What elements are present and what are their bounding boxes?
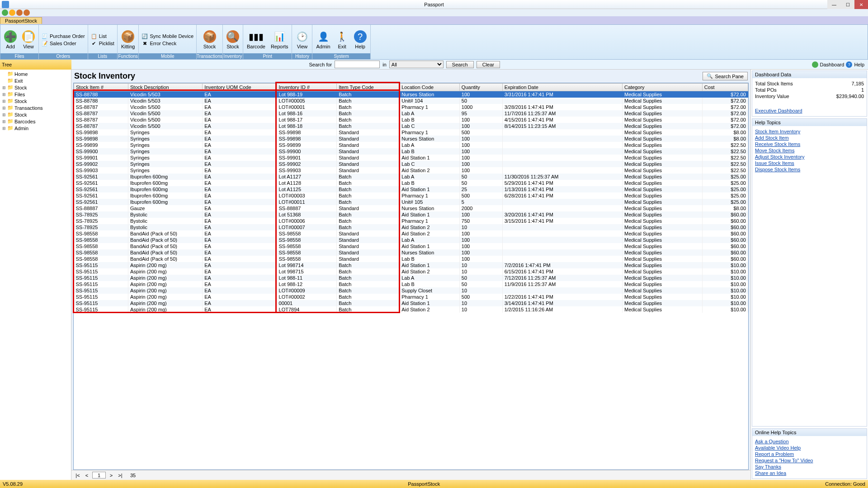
quick-stock-icon[interactable] [16, 9, 23, 16]
online-help-link[interactable]: Ask a Question [755, 439, 864, 444]
search-pane-button[interactable]: 🔍 Search Pane [703, 72, 748, 80]
help-link[interactable]: Issue Stock Items [755, 160, 864, 166]
picklist-button[interactable]: ✔Picklist [91, 40, 114, 47]
tree-item-home[interactable]: 📁Home [1, 70, 70, 77]
tree-item-transactions[interactable]: ⊞📁Transactions [1, 104, 70, 111]
pager-last[interactable]: >| [117, 472, 124, 479]
pager-next[interactable]: > [108, 472, 115, 479]
table-row[interactable]: SS-88787Vicodin 5/500EALot 988-16BatchLa… [74, 110, 748, 117]
online-help-link[interactable]: Say Thanks [755, 464, 864, 469]
add-button[interactable]: ➕Add [3, 26, 18, 53]
expander-icon[interactable]: ⊞ [2, 126, 6, 131]
table-row[interactable]: SS-88788Vicodin 5/503EALot 988-19BatchNu… [74, 91, 748, 98]
table-row[interactable]: SS-95115Aspirin (200 mg)EALOT#00009Batch… [74, 287, 748, 294]
column-header[interactable]: Stock Item # [74, 84, 128, 91]
table-row[interactable]: SS-99900SyringesEASS-99900StandardLab B1… [74, 148, 748, 155]
pager-first[interactable]: |< [74, 472, 81, 479]
help-button[interactable]: ?Help [353, 26, 368, 53]
table-row[interactable]: SS-95115Aspirin (200 mg)EALot 988-12Batc… [74, 281, 748, 287]
table-row[interactable]: SS-78925BystolicEALOT#00007BatchAid Stat… [74, 224, 748, 230]
tree-item-admin[interactable]: ⊞📁Admin [1, 125, 70, 131]
table-row[interactable]: SS-95115Aspirin (200 mg)EALOT7894BatchAi… [74, 306, 748, 313]
help-link[interactable]: Move Stock Items [755, 148, 864, 153]
help-link[interactable]: Receive Stock Items [755, 141, 864, 147]
dashboard-link[interactable]: Dashboard [820, 62, 844, 67]
expander-icon[interactable]: ⊞ [2, 92, 6, 97]
barcode-button[interactable]: ▮▮▮Barcode [246, 26, 266, 53]
clear-button[interactable]: Clear [476, 61, 500, 68]
reports-button[interactable]: 📊Reports [270, 26, 289, 53]
maximize-button[interactable]: ☐ [841, 0, 854, 9]
table-row[interactable]: SS-99902SyringesEASS-99902StandardLab C1… [74, 161, 748, 167]
table-row[interactable]: SS-78925BystolicEALOT#00006BatchPharmacy… [74, 218, 748, 224]
table-row[interactable]: SS-98558BandAid (Pack of 50)EASS-98558St… [74, 249, 748, 256]
table-row[interactable]: SS-98558BandAid (Pack of 50)EASS-98558St… [74, 230, 748, 237]
online-help-link[interactable]: Request a "How To" Video [755, 458, 864, 463]
sync-button[interactable]: 🔄Sync Mobile Device [142, 33, 193, 39]
column-header[interactable]: Cost [702, 84, 748, 91]
table-row[interactable]: SS-95115Aspirin (200 mg)EALot 998714Batc… [74, 262, 748, 268]
help-link[interactable]: Dispose Stock Items [755, 167, 864, 172]
search-button[interactable]: Search [446, 61, 474, 68]
quick-add-icon[interactable] [2, 9, 8, 16]
help-link[interactable]: Adjust Stock Inventory [755, 154, 864, 160]
column-header[interactable]: Item Type Code [337, 84, 400, 91]
quick-inv-icon[interactable] [24, 9, 30, 16]
close-button[interactable]: ✕ [854, 0, 868, 9]
table-row[interactable]: SS-99903SyringesEASS-99903StandardAid St… [74, 167, 748, 174]
help-link[interactable]: Help [854, 62, 864, 67]
table-row[interactable]: SS-88787Vicodin 5/500EALot 988-18BatchLa… [74, 123, 748, 129]
online-help-link[interactable]: Report a Problem [755, 451, 864, 457]
dashboard-icon[interactable] [812, 61, 818, 68]
tree-item-stock[interactable]: ⊞📁Stock [1, 98, 70, 104]
table-row[interactable]: SS-88787Vicodin 5/500EALot 988-17BatchLa… [74, 117, 748, 123]
table-row[interactable]: SS-98558BandAid (Pack of 50)EASS-98558St… [74, 243, 748, 249]
table-row[interactable]: SS-92561Ibuprofen 600mgEALot A1125BatchA… [74, 186, 748, 192]
column-header[interactable]: Inventory UOM Code [203, 84, 277, 91]
purchase-order-button[interactable]: 🧾Purchase Order [42, 33, 85, 39]
grid[interactable]: Stock Item #Stock DescriptionInventory U… [73, 83, 749, 470]
expander-icon[interactable]: ⊞ [2, 119, 6, 124]
table-row[interactable]: SS-92561Ibuprofen 600mgEALot A1128BatchL… [74, 180, 748, 186]
table-row[interactable]: SS-92561Ibuprofen 600mgEALOT#00003BatchP… [74, 192, 748, 199]
table-row[interactable]: SS-99901SyringesEASS-99901StandardAid St… [74, 155, 748, 161]
table-row[interactable]: SS-99899SyringesEASS-99899StandardLab A1… [74, 142, 748, 148]
pager-page-input[interactable] [92, 472, 106, 479]
table-row[interactable]: SS-95115Aspirin (200 mg)EALOT#00002Batch… [74, 294, 748, 300]
kitting-button[interactable]: 📦Kitting [120, 26, 136, 53]
tree-item-exit[interactable]: 📁Exit [1, 77, 70, 84]
search-in-select[interactable]: All [389, 61, 443, 68]
table-row[interactable]: SS-98558BandAid (Pack of 50)EASS-98558St… [74, 237, 748, 243]
table-row[interactable]: SS-95115Aspirin (200 mg)EALot 988-11Batc… [74, 275, 748, 281]
list-button[interactable]: 📋List [91, 33, 114, 39]
executive-dashboard-link[interactable]: Executive Dashboard [755, 108, 864, 113]
expander-icon[interactable]: ⊞ [2, 113, 6, 117]
table-row[interactable]: SS-99898SyringesEASS-99898StandardPharma… [74, 129, 748, 136]
expander-icon[interactable]: ⊞ [2, 85, 6, 90]
table-row[interactable]: SS-92561Ibuprofen 600mgEALot A1127BatchL… [74, 174, 748, 180]
table-row[interactable]: SS-88787Vicodin 5/500EALOT#00001BatchPha… [74, 104, 748, 110]
column-header[interactable]: Category [622, 84, 702, 91]
tab-passportstock[interactable]: PassportStock [0, 17, 42, 24]
column-header[interactable]: Location Code [400, 84, 460, 91]
expander-icon[interactable]: ⊞ [2, 106, 6, 110]
table-row[interactable]: SS-92561Ibuprofen 600mgEALOT#00011BatchU… [74, 199, 748, 205]
admin-button[interactable]: 👤Admin [315, 26, 331, 53]
table-row[interactable]: SS-99898SyringesEASS-99898StandardNurses… [74, 136, 748, 142]
error-check-button[interactable]: ✖Error Check [142, 40, 193, 47]
online-help-link[interactable]: Available Video Help [755, 445, 864, 450]
tree-item-barcodes[interactable]: ⊞📁Barcodes [1, 118, 70, 125]
view-button[interactable]: 📄View [21, 26, 36, 53]
table-row[interactable]: SS-88887GauzeEASS-88887StandardNurses St… [74, 205, 748, 211]
expander-icon[interactable]: ⊞ [2, 99, 6, 103]
stock-inv-button[interactable]: 🔍Stock [226, 26, 240, 53]
table-row[interactable]: SS-98558BandAid (Pack of 50)EASS-98558St… [74, 256, 748, 262]
quick-view-icon[interactable] [9, 9, 15, 16]
view-hist-button[interactable]: 🕑View [295, 26, 309, 53]
help-link[interactable]: Stock Item Inventory [755, 129, 864, 134]
table-row[interactable]: SS-95115Aspirin (200 mg)EA00001BatchAid … [74, 300, 748, 306]
stock-trans-button[interactable]: 📦Stock [203, 26, 217, 53]
tree-item-files[interactable]: ⊞📁Files [1, 91, 70, 98]
table-row[interactable]: SS-88788Vicodin 5/503EALOT#00005BatchUni… [74, 98, 748, 104]
pager-prev[interactable]: < [83, 472, 90, 479]
